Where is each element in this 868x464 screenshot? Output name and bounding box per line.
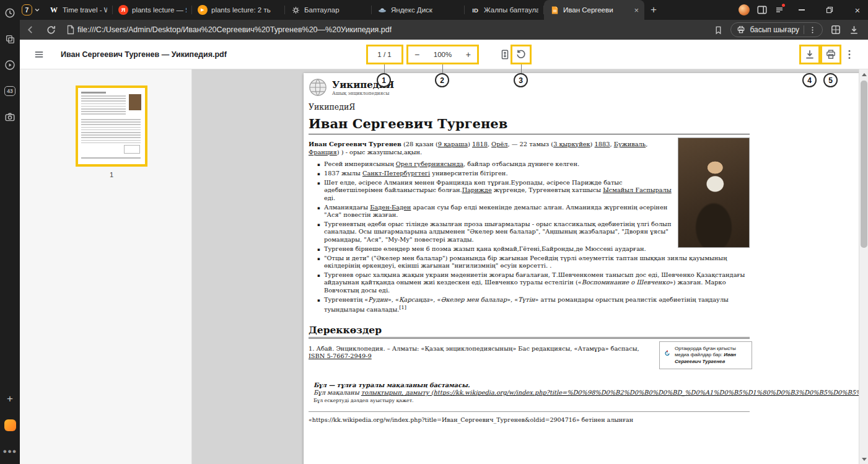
- stub-line-2[interactable]: Бұл мақаланы толықтырып, дамыту (https:/…: [313, 389, 861, 396]
- commons-box: Ортаққорда бұған қатысты медиа файлдар б…: [659, 341, 752, 370]
- yandex-disk-icon: [377, 5, 387, 15]
- wikipedia-logo-row: УикипедиЯ Ашық энциклопедиясы: [309, 78, 750, 97]
- history-icon[interactable]: [0, 0, 20, 26]
- new-tab-button[interactable]: +: [644, 0, 663, 20]
- notifications-menu-icon[interactable]: [774, 5, 784, 15]
- scroll-up-arrow[interactable]: [859, 69, 868, 79]
- wikipedia-tagline: Ашық энциклопедиясы: [332, 90, 394, 96]
- pdf-page: УикипедиЯ Ашық энциклопедиясы УикипедиЯ …: [304, 73, 861, 464]
- commons-text[interactable]: Ортаққорда бұған қатысты медиа файлдар б…: [675, 346, 747, 366]
- tab-plants-lecture-search[interactable]: Я plants lecture — Я: [113, 0, 192, 20]
- page-thumbnail[interactable]: [76, 85, 147, 167]
- close-window-button[interactable]: ×: [847, 0, 868, 20]
- video-play-icon: ▶: [198, 5, 208, 15]
- close-tab-icon[interactable]: ×: [634, 6, 639, 15]
- references-heading: Дереккөздер: [309, 324, 750, 339]
- sidebar-toggle-icon[interactable]: [756, 4, 768, 15]
- site-link[interactable]: УикипедиЯ: [309, 102, 750, 112]
- fit-to-page-icon[interactable]: [499, 49, 511, 60]
- more-actions-icon[interactable]: [844, 49, 855, 60]
- tab-plants-lecture-video[interactable]: ▶ plants lecture: 2 ть: [192, 0, 285, 20]
- callout-line: [521, 64, 522, 73]
- pdf-view-area[interactable]: УикипедиЯ Ашық энциклопедиясы УикипедиЯ …: [192, 69, 868, 464]
- page-file-icon: [61, 25, 76, 35]
- downloads-icon[interactable]: [849, 25, 859, 35]
- viewer-content: 1 УикипедиЯ Ашық энциклопедиясы Уикипеди…: [20, 69, 868, 464]
- wikimedia-commons-icon: [664, 346, 670, 361]
- callout-1: 1: [377, 73, 391, 87]
- tab-time-travel[interactable]: W Time travel - Wikip: [43, 0, 113, 20]
- messenger-icon[interactable]: [0, 412, 20, 438]
- scroll-down-arrow[interactable]: [859, 454, 868, 464]
- more-panels-icon[interactable]: ●●●: [0, 438, 20, 464]
- callout-3: 3: [514, 73, 528, 87]
- tab-label: Time travel - Wikip: [63, 6, 107, 14]
- tab-count: 7: [22, 4, 32, 15]
- wikipedia-icon: W: [49, 5, 59, 15]
- article-title: Иван Сергеевич Тургенев: [309, 116, 750, 134]
- highlight-box-page-indicator: [366, 45, 403, 64]
- tab-label: plants lecture: 2 ть: [211, 6, 279, 14]
- printer-icon: [737, 25, 745, 34]
- tab-turgenev-pdf-active[interactable]: Иван Сергееви ×: [544, 0, 644, 20]
- more-options-icon[interactable]: [809, 26, 817, 34]
- callout-5: 5: [823, 73, 838, 87]
- restore-window-button[interactable]: [819, 0, 840, 20]
- browser-side-rail: 43 + ●●●: [0, 0, 20, 464]
- article-bullet: Алманиядағы Баден-Баден арасан суы бар е…: [317, 204, 750, 219]
- id-icon: ID: [470, 5, 480, 15]
- article-bullet: Тургеневтың әдеби орыс тілінде жазылған …: [317, 221, 750, 243]
- highlight-box-zoom: [406, 45, 479, 64]
- back-icon[interactable]: [20, 24, 41, 35]
- refresh-icon[interactable]: [41, 25, 61, 35]
- wikipedia-article: УикипедиЯ Ашық энциклопедиясы УикипедиЯ …: [309, 78, 750, 423]
- stub-line-3: Бұл ескертуді дәлдеп ауыстыру қажет.: [313, 397, 861, 404]
- article-bullet: 1837 жылы Санкт-Петербургтегі университе…: [317, 170, 750, 177]
- addressbar-right-controls: басып шығару: [714, 22, 868, 37]
- media-play-icon[interactable]: [0, 52, 20, 78]
- callout-line: [442, 64, 443, 73]
- retrieved-from-line: «https://kk.wikipedia.org/w/index.php?ti…: [309, 416, 750, 423]
- collections-panel-icon[interactable]: [830, 24, 841, 35]
- tab-label: Иван Сергееви: [563, 6, 629, 14]
- tab-settings[interactable]: Баптаулар: [285, 0, 372, 20]
- tab-bar: 7 W Time travel - Wikip Я plants lecture…: [20, 0, 868, 20]
- wikipedia-globe-icon: [309, 78, 327, 97]
- thumbnail-page-number: 1: [76, 171, 147, 178]
- notification-dot: [782, 4, 785, 7]
- speed-dial-badge[interactable]: 43: [0, 78, 20, 104]
- article-bullet: Шет елде, әсіресе Алмания менен Францияд…: [317, 179, 750, 202]
- vertical-scrollbar[interactable]: [859, 69, 868, 464]
- stub-notice: Бұл — тұлға туралы мақаланың бастамасы. …: [309, 382, 750, 404]
- highlight-box-rotate: [511, 45, 532, 64]
- tab-counter[interactable]: 7: [22, 4, 40, 15]
- pdf-filename: Иван Сергеевич Тургенев — Уикипедия.pdf: [61, 40, 227, 69]
- hamburger-menu-icon[interactable]: [33, 49, 45, 60]
- article-bullet: Тургенев бірнеше өлеңдер мен 6 поэма жаз…: [317, 245, 750, 253]
- address-bar: file:///C:/Users/Admin/Desktop/Иван%20Се…: [20, 20, 868, 40]
- tab-yandex-id-settings[interactable]: ID Жалпы баптаулар: [465, 0, 544, 20]
- tab-label: Яндекс Диск: [391, 6, 459, 14]
- scrollbar-thumb[interactable]: [861, 81, 867, 248]
- screenshot-icon[interactable]: [0, 104, 20, 130]
- callout-2: 2: [435, 73, 449, 87]
- gear-icon: [291, 5, 300, 15]
- print-button-label: басып шығару: [750, 25, 799, 34]
- thumbnail-panel: 1: [20, 69, 192, 464]
- profile-avatar[interactable]: [739, 4, 750, 15]
- print-page-button[interactable]: басып шығару: [730, 22, 823, 37]
- minimize-button[interactable]: [791, 0, 812, 20]
- tab-yandex-disk[interactable]: Яндекс Диск: [372, 0, 465, 20]
- bookmark-flag-icon[interactable]: [714, 25, 723, 35]
- stub-line-1: Бұл — тұлға туралы мақаланың бастамасы.: [313, 382, 861, 389]
- url-input[interactable]: file:///C:/Users/Admin/Desktop/Иван%20Се…: [77, 25, 392, 34]
- highlight-box-print: [820, 45, 841, 64]
- pill-divider: [804, 25, 804, 34]
- highlight-box-download: [799, 45, 820, 64]
- tab-label: Жалпы баптаулар: [484, 6, 538, 14]
- tabbar-right-controls: ×: [739, 0, 868, 20]
- tabs-panel-icon[interactable]: [0, 26, 20, 52]
- article-bullet: Ресей империясының Орел губерниясында, б…: [317, 160, 750, 168]
- add-panel-icon[interactable]: +: [0, 386, 20, 412]
- tab-label: Баптаулар: [304, 6, 366, 14]
